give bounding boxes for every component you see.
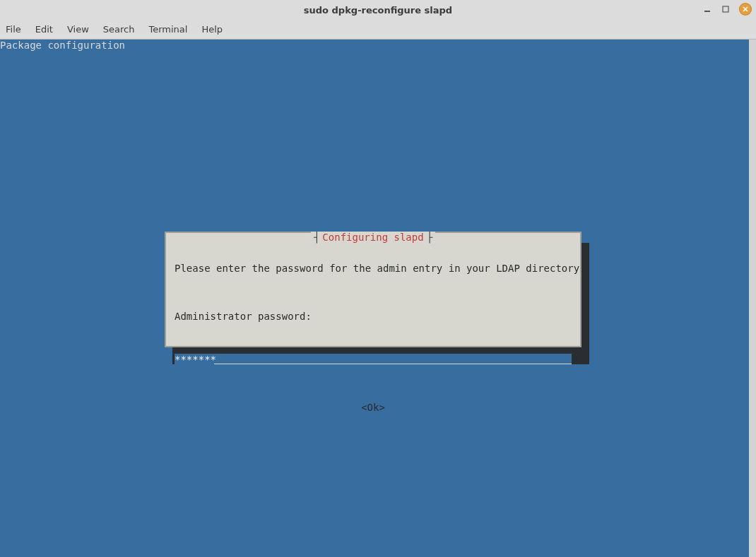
dialog-title-wrap: ┤ Configuring slapd ├ (311, 232, 435, 244)
menu-terminal[interactable]: Terminal (141, 21, 194, 37)
window-controls (702, 3, 752, 16)
minimize-button[interactable] (702, 4, 712, 14)
dialog-title-decor-right: ├ (427, 232, 432, 244)
dialog-body: Please enter the password for the admin … (166, 233, 580, 438)
menu-view[interactable]: View (60, 21, 96, 37)
close-button[interactable] (739, 3, 752, 16)
dialog-prompt: Please enter the password for the admin … (175, 263, 572, 275)
menu-edit[interactable]: Edit (28, 21, 60, 37)
menu-help[interactable]: Help (194, 21, 230, 37)
package-config-header: Package configuration (0, 40, 125, 52)
window-title: sudo dpkg-reconfigure slapd (0, 5, 756, 16)
menu-search[interactable]: Search (96, 21, 142, 37)
maximize-button[interactable] (721, 4, 731, 14)
ok-button[interactable]: <Ok> (175, 402, 572, 414)
close-icon (742, 6, 749, 13)
svg-rect-0 (704, 11, 710, 12)
terminal-area[interactable]: Package configuration ┤ Configuring slap… (0, 40, 756, 557)
svg-rect-1 (723, 6, 728, 12)
password-value: ******* (175, 354, 216, 366)
password-input[interactable]: ******* (175, 354, 572, 366)
password-underline (214, 364, 572, 364)
dialog-title-decor-left: ┤ (314, 232, 319, 244)
dialog-box: ┤ Configuring slapd ├ Please enter the p… (165, 232, 581, 347)
menubar: File Edit View Search Terminal Help (0, 20, 756, 40)
maximize-icon (722, 6, 729, 13)
terminal-content: Package configuration ┤ Configuring slap… (0, 40, 749, 557)
titlebar: sudo dpkg-reconfigure slapd (0, 0, 756, 20)
terminal-window: sudo dpkg-reconfigure slapd File Ed (0, 0, 756, 557)
dialog-title: Configuring slapd (319, 232, 426, 244)
menu-file[interactable]: File (3, 21, 28, 37)
scrollbar[interactable] (749, 40, 756, 557)
minimize-icon (704, 6, 711, 13)
dialog-label: Administrator password: (175, 311, 572, 323)
